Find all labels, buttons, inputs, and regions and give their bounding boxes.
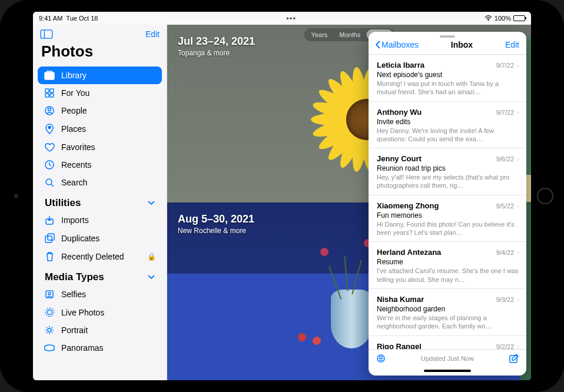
heart-icon [44, 143, 55, 152]
svg-rect-15 [45, 236, 52, 242]
sidebar-item-imports[interactable]: Imports [38, 211, 162, 229]
photo-location: New Rochelle & more [178, 227, 254, 235]
chevron-right-icon: › [515, 62, 519, 69]
view-months[interactable]: Months [333, 29, 366, 40]
mail-sender: Anthony Wu [377, 108, 422, 117]
mail-row[interactable]: Xiaomeng Zhong 9/5/22 › Fun memories Hi … [369, 195, 526, 242]
sidebar-toggle-icon[interactable] [40, 29, 53, 39]
home-button[interactable] [537, 188, 553, 204]
trash-icon [44, 251, 55, 261]
mail-row[interactable]: Herland Antezana 9/4/22 › Resume I've at… [369, 242, 526, 289]
svg-point-17 [48, 293, 51, 295]
chevron-right-icon: › [515, 155, 519, 162]
svg-point-0 [488, 20, 489, 21]
mail-preview: I've attached Carol's resume. She's the … [377, 267, 519, 284]
section-header-utilities[interactable]: Utilities [38, 191, 162, 211]
screen: 9:41 AM Tue Oct 18 ••• 100% Edit Photos [33, 12, 531, 380]
portrait-icon [44, 325, 55, 335]
selfie-icon [44, 290, 55, 299]
svg-point-18 [47, 310, 52, 315]
vase-image [331, 290, 372, 348]
lock-icon: 🔒 [147, 253, 156, 261]
view-years[interactable]: Years [306, 29, 334, 40]
ipad-frame: 9:41 AM Tue Oct 18 ••• 100% Edit Photos [0, 0, 564, 392]
wifi-icon [485, 15, 492, 21]
mail-list[interactable]: Leticia Ibarra 9/7/22 › Next episode's g… [369, 55, 526, 349]
mail-subject: Reunion road trip pics [377, 164, 519, 172]
mail-row[interactable]: Leticia Ibarra 9/7/22 › Next episode's g… [369, 55, 526, 102]
mail-sender: Rigo Rangel [377, 342, 422, 349]
people-icon [44, 106, 55, 115]
mail-preview: Hey Danny, We're loving the invite! A fe… [377, 127, 519, 144]
sidebar-item-label: Duplicates [61, 234, 99, 243]
sidebar-title: Photos [33, 40, 167, 67]
svg-point-9 [48, 108, 51, 111]
mail-date: 9/4/22 [496, 249, 515, 256]
mail-sender: Jenny Court [377, 154, 422, 163]
svg-rect-7 [50, 94, 54, 97]
sidebar-item-label: Panoramas [61, 343, 104, 353]
mail-sender: Herland Antezana [377, 248, 441, 257]
mail-row[interactable]: Rigo Rangel 9/2/22 › Park Photos [369, 336, 526, 349]
svg-rect-5 [50, 89, 54, 92]
photo-date: Aug 5–30, 2021 [178, 213, 254, 225]
foryou-icon [44, 88, 55, 98]
mail-preview: We're in the early stages of planning a … [377, 314, 519, 331]
mail-sender: Xiaomeng Zhong [377, 201, 439, 210]
mail-subject: Neighborhood garden [377, 305, 519, 313]
sidebar-item-selfies[interactable]: Selfies [38, 285, 162, 303]
panorama-icon [44, 344, 55, 351]
battery-icon [513, 15, 525, 21]
live-icon [44, 307, 55, 317]
section-label: Media Types [45, 271, 104, 283]
mail-subject: Invite edits [377, 118, 519, 126]
svg-rect-14 [48, 234, 54, 240]
sidebar-item-search[interactable]: Search [38, 174, 162, 191]
slideover-grip-icon[interactable] [440, 35, 455, 38]
mail-row[interactable]: Jenny Court 9/6/22 › Reunion road trip p… [369, 148, 526, 195]
sidebar-item-places[interactable]: Places [38, 119, 162, 138]
svg-rect-4 [45, 89, 49, 92]
sidebar-item-label: Recents [61, 160, 91, 170]
mail-date: 9/6/22 [496, 155, 515, 162]
sidebar-item-label: Recently Deleted [61, 252, 124, 261]
camera-dot [14, 194, 18, 198]
sidebar-item-recents[interactable]: Recents [38, 156, 162, 174]
mail-back-button[interactable]: Mailboxes [376, 40, 419, 49]
svg-point-10 [48, 127, 51, 129]
status-bar: 9:41 AM Tue Oct 18 ••• 100% [33, 12, 531, 25]
svg-point-20 [48, 328, 51, 332]
sidebar-item-people[interactable]: People [38, 102, 162, 119]
clock-icon [44, 160, 55, 170]
mail-subject: Next episode's guest [377, 71, 519, 79]
compose-icon[interactable] [509, 353, 519, 364]
library-icon [44, 71, 55, 80]
sidebar-item-library[interactable]: Library [38, 67, 162, 84]
duplicates-icon [44, 233, 55, 243]
filter-icon[interactable] [376, 354, 386, 363]
sidebar-item-portrait[interactable]: Portrait [38, 321, 162, 339]
sidebar-item-label: Favorites [61, 142, 95, 152]
mail-row[interactable]: Anthony Wu 9/7/22 › Invite edits Hey Dan… [369, 102, 526, 149]
mail-preview: Morning! I was put in touch with Tania b… [377, 79, 519, 97]
sidebar-item-label: Portrait [61, 325, 88, 335]
mail-sender: Leticia Ibarra [377, 61, 424, 69]
sidebar-item-duplicates[interactable]: Duplicates [38, 229, 162, 247]
mail-date: 9/3/22 [496, 296, 515, 303]
svg-rect-3 [45, 72, 54, 79]
section-header-media[interactable]: Media Types [38, 265, 162, 285]
sidebar-item-panoramas[interactable]: Panoramas [38, 339, 162, 357]
mail-edit-button[interactable]: Edit [505, 40, 519, 49]
svg-point-12 [46, 179, 52, 185]
multitask-dots-icon[interactable]: ••• [286, 14, 296, 23]
sidebar-item-foryou[interactable]: For You [38, 84, 162, 102]
sidebar-edit-button[interactable]: Edit [145, 29, 160, 39]
mail-row[interactable]: Nisha Kumar 9/3/22 › Neighborhood garden… [369, 289, 526, 336]
sidebar-item-label: Live Photos [61, 308, 104, 317]
mail-date: 9/5/22 [496, 202, 515, 210]
home-indicator[interactable] [424, 370, 471, 372]
sidebar-item-label: Selfies [61, 290, 86, 299]
sidebar-item-recently-deleted[interactable]: Recently Deleted 🔒 [38, 247, 162, 265]
sidebar-item-livephotos[interactable]: Live Photos [38, 303, 162, 321]
sidebar-item-favorites[interactable]: Favorites [38, 138, 162, 156]
